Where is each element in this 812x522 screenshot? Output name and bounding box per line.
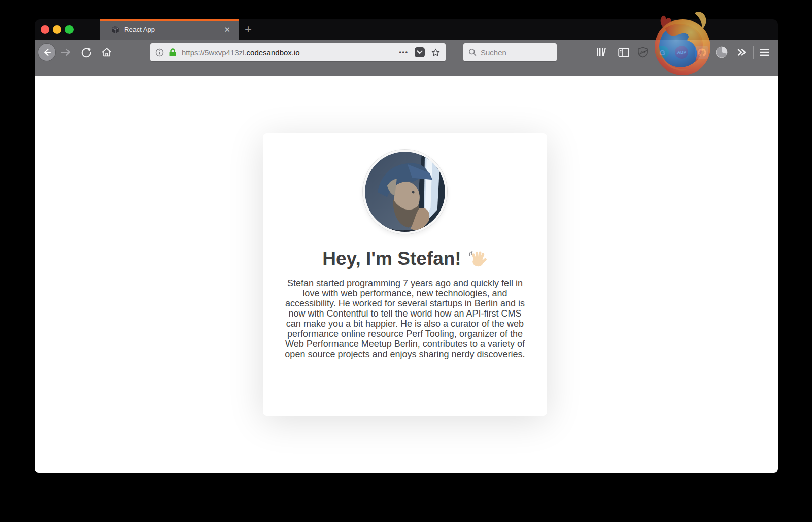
grammarly-icon: G bbox=[659, 48, 665, 57]
navigation-toolbar: https://5wxvp413zl.codesandbox.io ••• bbox=[35, 40, 778, 76]
wave-emoji-icon bbox=[467, 249, 488, 269]
page-actions-icon[interactable]: ••• bbox=[399, 49, 409, 56]
stefan-photo bbox=[365, 152, 445, 232]
extension-pie-button[interactable] bbox=[715, 46, 728, 59]
overflow-menu-button[interactable] bbox=[735, 45, 749, 59]
bookmark-star-icon[interactable] bbox=[431, 48, 441, 57]
active-tab-accent bbox=[100, 19, 239, 21]
library-icon bbox=[596, 47, 607, 57]
pocket-save-icon[interactable] bbox=[415, 47, 425, 57]
tab-close-icon[interactable]: ✕ bbox=[222, 25, 232, 34]
adblock-plus-icon: ABP bbox=[677, 50, 687, 55]
page-title: Hey, I'm Stefan! bbox=[263, 248, 547, 269]
search-bar[interactable] bbox=[463, 43, 557, 61]
forward-button[interactable] bbox=[59, 47, 72, 58]
secure-lock-icon[interactable] bbox=[168, 48, 177, 57]
hamburger-menu-icon bbox=[760, 48, 770, 56]
octotree-extension-button[interactable] bbox=[695, 46, 708, 59]
library-button[interactable] bbox=[594, 45, 608, 59]
page-viewport: Hey, I'm Stefan! Stefan started programm… bbox=[35, 76, 778, 473]
forward-arrow-icon bbox=[60, 48, 71, 57]
codesandbox-favicon bbox=[111, 25, 120, 34]
home-icon bbox=[101, 47, 112, 58]
url-bar[interactable]: https://5wxvp413zl.codesandbox.io ••• bbox=[150, 43, 446, 61]
github-octocat-icon bbox=[697, 48, 707, 57]
titlebar: React App ✕ + bbox=[35, 19, 778, 40]
search-icon bbox=[468, 48, 477, 56]
sidebar-icon bbox=[618, 48, 629, 57]
reload-icon bbox=[81, 47, 92, 58]
bio-paragraph: Stefan started programming 7 years ago a… bbox=[282, 278, 528, 359]
reload-button[interactable] bbox=[80, 46, 92, 58]
grammarly-extension-button[interactable]: G bbox=[656, 46, 669, 59]
home-button[interactable] bbox=[100, 46, 113, 58]
close-window-button[interactable] bbox=[41, 25, 49, 34]
minimize-window-button[interactable] bbox=[53, 25, 61, 34]
profile-card: Hey, I'm Stefan! Stefan started programm… bbox=[263, 133, 547, 416]
adblock-plus-extension-button[interactable]: ABP bbox=[675, 46, 688, 59]
new-tab-button[interactable]: + bbox=[241, 21, 256, 38]
url-subdomain: https://5wxvp413zl. bbox=[182, 48, 247, 57]
page-info-icon[interactable] bbox=[155, 48, 164, 57]
search-input[interactable] bbox=[481, 48, 542, 57]
url-text: https://5wxvp413zl.codesandbox.io bbox=[182, 48, 300, 57]
zoom-window-button[interactable] bbox=[65, 25, 74, 34]
sidebar-toggle-button[interactable] bbox=[617, 45, 631, 59]
browser-window: React App ✕ + bbox=[35, 19, 778, 473]
pie-circle-icon bbox=[715, 46, 728, 59]
back-arrow-icon bbox=[42, 47, 52, 57]
heading-text: Hey, I'm Stefan! bbox=[322, 248, 461, 269]
back-button[interactable] bbox=[38, 44, 55, 61]
tracking-shield-button[interactable] bbox=[635, 45, 650, 59]
toolbar-separator bbox=[753, 46, 754, 59]
pocket-chevron-icon bbox=[417, 50, 423, 55]
double-chevron-icon bbox=[737, 48, 747, 57]
app-menu-button[interactable] bbox=[758, 45, 772, 59]
tab-react-app[interactable]: React App ✕ bbox=[100, 19, 239, 40]
url-domain: codesandbox.io bbox=[247, 48, 300, 57]
avatar bbox=[363, 150, 447, 234]
shield-ghost-icon bbox=[637, 46, 649, 58]
tab-title: React App bbox=[124, 26, 222, 33]
